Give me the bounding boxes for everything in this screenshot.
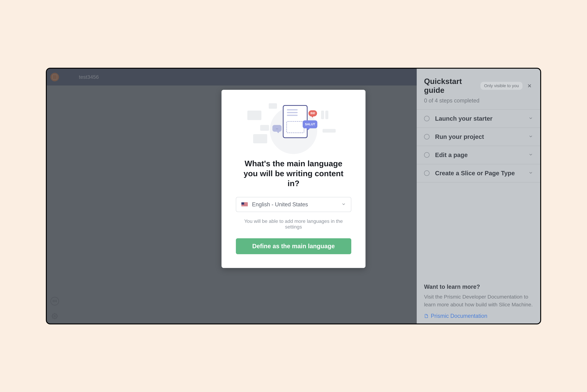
step-label: Edit a page (435, 152, 529, 158)
quickstart-steps: Launch your starter Run your project Edi… (417, 110, 540, 182)
modal-title: What's the main language you will be wri… (238, 158, 349, 188)
language-modal: 你好 … SALUT What's the main language you … (221, 90, 366, 268)
modal-hint: You will be able to add more languages i… (235, 218, 352, 230)
quickstart-header: Quickstart guide Only visible to you 0 o… (417, 69, 540, 110)
quickstart-step[interactable]: Edit a page (417, 146, 540, 164)
documentation-link[interactable]: Prismic Documentation (424, 313, 487, 319)
chevron-down-icon (529, 152, 533, 158)
step-radio-icon (424, 134, 430, 140)
step-radio-icon (424, 170, 430, 176)
close-icon[interactable] (526, 82, 533, 89)
quickstart-step[interactable]: Create a Slice or Page Type (417, 164, 540, 182)
quickstart-step[interactable]: Run your project (417, 128, 540, 146)
step-label: Launch your starter (435, 115, 529, 122)
modal-illustration: 你好 … SALUT (246, 102, 341, 154)
language-selected-label: English - United States (252, 201, 342, 208)
step-radio-icon (424, 152, 430, 158)
step-label: Create a Slice or Page Type (435, 170, 529, 177)
footer-title: Want to learn more? (424, 284, 533, 290)
quickstart-footer: Want to learn more? Visit the Prismic De… (417, 278, 540, 324)
chevron-down-icon (529, 134, 533, 139)
flag-us-icon (241, 202, 248, 207)
step-label: Run your project (435, 133, 529, 140)
define-language-button[interactable]: Define as the main language (236, 238, 351, 254)
speech-bubble-icon: SALUT (303, 120, 317, 128)
footer-text: Visit the Prismic Developer Documentatio… (424, 293, 533, 308)
language-select[interactable]: English - United States (236, 197, 351, 212)
speech-bubble-icon: 你好 (308, 110, 317, 116)
speech-bubble-icon: … (272, 125, 282, 132)
app-window: test3456 0/4 Quickstart guide Only visib… (46, 68, 541, 324)
step-radio-icon (424, 116, 430, 121)
quickstart-title: Quickstart guide (424, 77, 477, 95)
chevron-down-icon (529, 171, 533, 176)
quickstart-subtitle: 0 of 4 steps completed (424, 98, 533, 104)
document-icon (424, 314, 429, 318)
chevron-down-icon (342, 202, 346, 207)
visibility-pill: Only visible to you (481, 82, 523, 90)
chevron-down-icon (529, 116, 533, 121)
quickstart-panel: Quickstart guide Only visible to you 0 o… (417, 69, 540, 324)
documentation-link-label: Prismic Documentation (431, 313, 487, 319)
quickstart-step[interactable]: Launch your starter (417, 110, 540, 128)
